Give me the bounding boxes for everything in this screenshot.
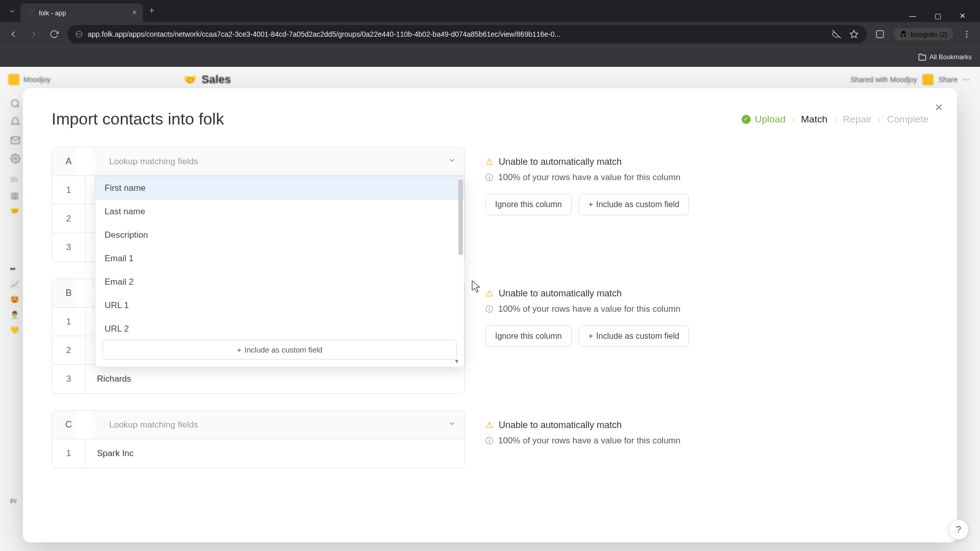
svg-point-4 <box>966 31 968 32</box>
scrollbar-thumb[interactable] <box>458 180 463 255</box>
status-hundred-label: 100% of your rows have a value for this … <box>498 172 680 183</box>
plus-icon: + <box>589 200 593 209</box>
chevron-right-icon: › <box>792 114 795 125</box>
check-icon: ✓ <box>742 115 751 124</box>
table-row: 1 Spark Inc <box>52 439 464 468</box>
step-match: Match <box>801 114 827 125</box>
row-number: 1 <box>52 176 86 204</box>
modal-title: Import contacts into folk <box>52 110 224 129</box>
ignore-column-button[interactable]: Ignore this column <box>485 325 572 347</box>
svg-marker-2 <box>850 31 857 38</box>
stepper: ✓ Upload › Match › Repair › Complete <box>742 114 928 125</box>
browser-tab[interactable]: folk - app × <box>20 4 143 22</box>
incognito-badge[interactable]: Incognito (2) <box>893 28 953 40</box>
svg-rect-3 <box>876 31 884 38</box>
info-icon: ⓘ <box>485 436 493 446</box>
dropdown-item-description[interactable]: Description <box>95 223 464 247</box>
window-close-button[interactable]: ✕ <box>955 10 970 22</box>
minimize-button[interactable]: — <box>905 10 920 22</box>
row-number: 2 <box>52 336 86 364</box>
modal-overlay: × Import contacts into folk ✓ Upload › M… <box>0 67 980 551</box>
info-icon: ⓘ <box>485 173 493 183</box>
reload-button[interactable] <box>47 27 61 41</box>
row-number: 1 <box>52 308 86 336</box>
row-number: 2 <box>52 205 86 233</box>
lookup-select-a[interactable]: Lookup matching fields <box>101 152 464 172</box>
dropdown-item-first-name[interactable]: First name <box>95 177 464 200</box>
status-hundred-label: 100% of your rows have a value for this … <box>498 304 680 314</box>
lookup-dropdown: First name Last name Description Email 1… <box>95 176 464 367</box>
cell-value: Spark Inc <box>86 439 464 468</box>
chevron-down-icon <box>448 156 456 167</box>
dropdown-item-url-2[interactable]: URL 2 <box>95 317 464 335</box>
dropdown-include-custom-button[interactable]: + Include as custom field <box>103 340 457 360</box>
include-custom-button[interactable]: +Include as custom field <box>579 194 689 215</box>
scroll-down-indicator[interactable]: ▼ <box>454 358 460 365</box>
ignore-column-button[interactable]: Ignore this column <box>485 194 572 215</box>
folder-icon <box>918 53 926 61</box>
help-fab[interactable]: ? <box>948 519 969 540</box>
all-bookmarks-button[interactable]: All Bookmarks <box>918 53 972 61</box>
dropdown-item-url-1[interactable]: URL 1 <box>95 294 464 317</box>
step-repair: Repair <box>843 114 871 125</box>
warning-icon: ⚠ <box>485 419 494 431</box>
eye-off-icon[interactable] <box>832 30 841 39</box>
chevron-right-icon: › <box>877 114 880 125</box>
tab-dropdown-button[interactable] <box>4 3 20 19</box>
maximize-button[interactable]: ▢ <box>930 10 945 22</box>
plus-icon: + <box>589 332 593 341</box>
tab-favicon <box>27 9 35 17</box>
url-text: app.folk.app/apps/contacts/network/ccaa7… <box>88 30 827 38</box>
browser-tab-strip: folk - app × + — ▢ ✕ <box>0 0 980 22</box>
column-card-a: A Lookup matching fields <box>52 147 928 262</box>
row-number: 3 <box>52 365 86 393</box>
new-tab-button[interactable]: + <box>143 6 161 16</box>
chevron-down-icon <box>448 419 456 430</box>
step-complete: Complete <box>887 114 928 125</box>
step-upload: ✓ Upload <box>742 114 786 125</box>
status-unable-label: Unable to automatically match <box>499 288 622 299</box>
lookup-select-c[interactable]: Lookup matching fields <box>101 415 464 435</box>
nav-back-button[interactable] <box>6 27 20 41</box>
status-unable-label: Unable to automatically match <box>499 420 622 431</box>
chevron-right-icon: › <box>834 114 837 125</box>
tab-title: folk - app <box>39 9 66 17</box>
row-number: 1 <box>52 439 86 468</box>
row-number: 3 <box>52 233 86 262</box>
preview-table-a: A Lookup matching fields <box>52 147 465 262</box>
window-controls: — ▢ ✕ <box>905 10 976 22</box>
url-field[interactable]: app.folk.app/apps/contacts/network/ccaa7… <box>67 25 867 43</box>
bookmark-star-icon[interactable] <box>849 30 859 39</box>
incognito-icon <box>899 30 908 38</box>
table-row: 3 Richards <box>52 365 464 393</box>
cell-value: Richards <box>86 365 464 393</box>
tab-close-button[interactable]: × <box>132 8 137 17</box>
dropdown-item-last-name[interactable]: Last name <box>95 200 464 223</box>
chrome-menu-button[interactable] <box>960 27 974 41</box>
warning-icon: ⚠ <box>485 156 494 167</box>
dropdown-item-email-2[interactable]: Email 2 <box>95 270 464 294</box>
status-hundred-label: 100% of your rows have a value for this … <box>498 436 680 446</box>
info-icon: ⓘ <box>485 305 493 314</box>
extensions-icon[interactable] <box>873 27 887 41</box>
modal-close-button[interactable]: × <box>935 99 943 115</box>
url-bar-row: app.folk.app/apps/contacts/network/ccaa7… <box>0 22 980 46</box>
include-custom-button[interactable]: +Include as custom field <box>579 325 689 347</box>
site-info-icon[interactable] <box>76 31 83 38</box>
preview-table-c: C Lookup matching fields <box>52 410 465 468</box>
plus-icon: + <box>237 345 241 354</box>
nav-forward-button[interactable] <box>27 27 41 41</box>
column-card-c: C Lookup matching fields <box>52 410 928 468</box>
warning-icon: ⚠ <box>485 288 494 299</box>
dropdown-item-email-1[interactable]: Email 1 <box>95 247 464 270</box>
svg-point-6 <box>966 36 968 38</box>
import-modal: × Import contacts into folk ✓ Upload › M… <box>23 88 957 542</box>
status-unable-label: Unable to automatically match <box>499 157 622 167</box>
svg-point-5 <box>966 34 968 35</box>
bookmarks-bar: All Bookmarks <box>0 46 980 67</box>
